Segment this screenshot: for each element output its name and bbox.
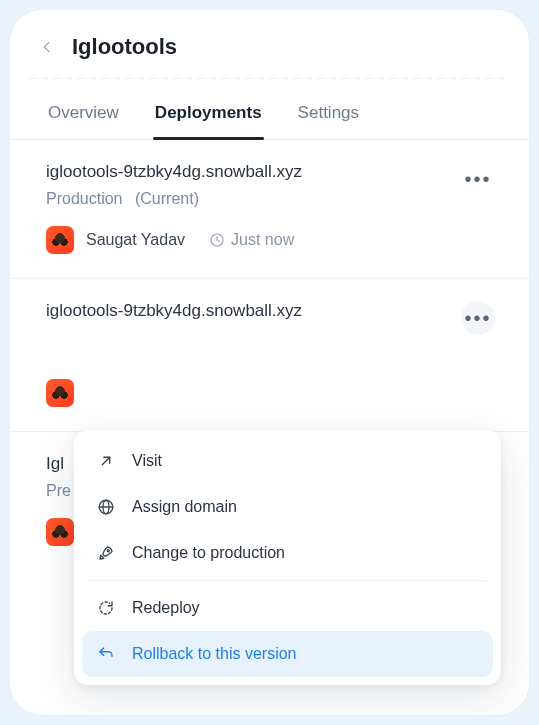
undo-icon [96, 644, 116, 664]
menu-assign-domain[interactable]: Assign domain [82, 484, 493, 530]
refresh-icon [96, 598, 116, 618]
time-text: Just now [231, 231, 294, 249]
avatar [46, 379, 74, 407]
deployment-author-row: Saugat Yadav Just now [46, 226, 493, 254]
tab-deployments[interactable]: Deployments [153, 89, 264, 139]
menu-label: Redeploy [132, 599, 200, 617]
deployment-env: Production [46, 190, 123, 207]
deployment-item: iglootools-9tzbky4dg.snowball.xyz Produc… [10, 140, 529, 279]
menu-label: Rollback to this version [132, 645, 297, 663]
svg-line-1 [102, 457, 110, 465]
menu-rollback[interactable]: Rollback to this version [82, 631, 493, 677]
deployment-env: Pre [46, 482, 71, 499]
menu-label: Visit [132, 452, 162, 470]
avatar [46, 518, 74, 546]
app-frame: Iglootools Overview Deployments Settings… [10, 10, 529, 715]
deployment-author-row [46, 379, 493, 407]
tab-settings[interactable]: Settings [296, 89, 361, 139]
deployment-url[interactable]: iglootools-9tzbky4dg.snowball.xyz [46, 162, 493, 182]
author-name: Saugat Yadav [86, 231, 185, 249]
arrow-up-right-icon [96, 451, 116, 471]
header: Iglootools [10, 10, 529, 78]
menu-separator [88, 580, 487, 581]
avatar [46, 226, 74, 254]
menu-label: Change to production [132, 544, 285, 562]
more-button[interactable]: ••• [461, 301, 495, 335]
back-button[interactable] [38, 38, 56, 56]
context-menu: Visit Assign domain Change to production… [74, 430, 501, 685]
menu-redeploy[interactable]: Redeploy [82, 585, 493, 631]
divider [30, 78, 509, 79]
tabs: Overview Deployments Settings [10, 89, 529, 140]
deployment-timestamp: Just now [209, 231, 294, 249]
deployment-item: iglootools-9tzbky4dg.snowball.xyz ••• [10, 279, 529, 432]
clock-icon [209, 232, 225, 248]
deployment-current: (Current) [135, 190, 199, 207]
page-title: Iglootools [72, 34, 177, 60]
menu-visit[interactable]: Visit [82, 438, 493, 484]
deployment-url[interactable]: iglootools-9tzbky4dg.snowball.xyz [46, 301, 493, 321]
tab-overview[interactable]: Overview [46, 89, 121, 139]
more-button[interactable]: ••• [461, 162, 495, 196]
rocket-icon [96, 543, 116, 563]
globe-icon [96, 497, 116, 517]
deployment-meta: Production (Current) [46, 190, 493, 208]
svg-point-5 [107, 550, 109, 552]
menu-change-production[interactable]: Change to production [82, 530, 493, 576]
menu-label: Assign domain [132, 498, 237, 516]
